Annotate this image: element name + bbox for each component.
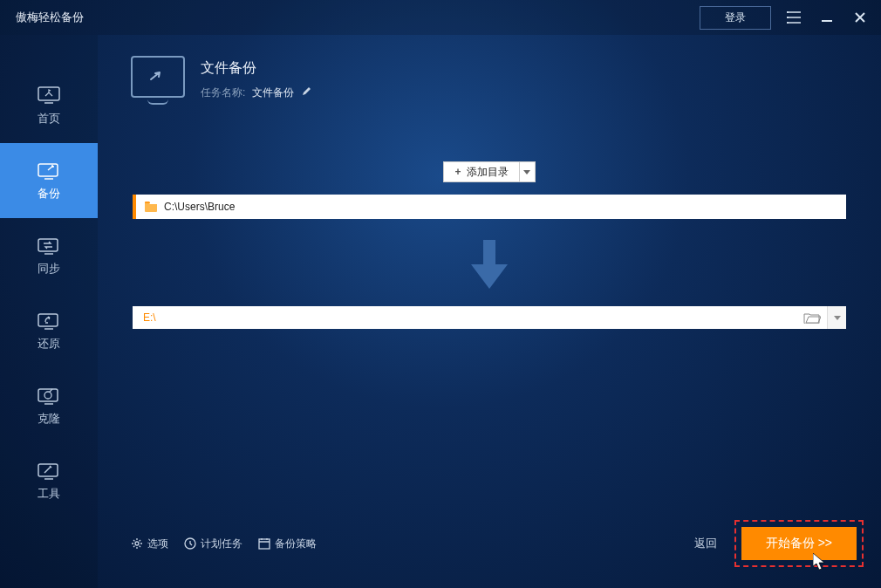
sidebar-item-sync[interactable]: 同步	[0, 218, 98, 293]
svg-point-10	[135, 542, 139, 545]
strategy-label: 备份策略	[275, 537, 317, 551]
sidebar-item-backup[interactable]: 备份	[0, 143, 98, 218]
sidebar-label-backup: 备份	[38, 186, 60, 202]
menu-list-icon[interactable]	[783, 7, 804, 28]
sync-icon	[36, 235, 62, 256]
start-button-highlight: 开始备份 >>	[734, 520, 864, 567]
home-icon	[36, 85, 62, 106]
login-button[interactable]: 登录	[700, 6, 771, 30]
destination-dropdown[interactable]	[827, 306, 846, 329]
tools-icon	[36, 460, 62, 481]
sidebar-label-tools: 工具	[38, 486, 60, 502]
add-directory-row: + 添加目录	[131, 161, 848, 182]
arrow-down-icon	[131, 240, 848, 289]
start-backup-button[interactable]: 开始备份 >>	[741, 527, 857, 560]
strategy-button[interactable]: 备份策略	[258, 537, 317, 551]
calendar-icon	[258, 537, 270, 550]
cursor-icon	[813, 553, 827, 571]
close-icon[interactable]	[850, 7, 871, 28]
svg-point-1	[787, 17, 789, 18]
svg-rect-12	[259, 539, 270, 549]
svg-point-8	[44, 392, 51, 399]
schedule-label: 计划任务	[201, 537, 242, 551]
file-backup-icon	[131, 56, 185, 98]
page-header: 文件备份 任务名称: 文件备份	[131, 56, 848, 100]
page-title: 文件备份	[201, 59, 311, 78]
options-button[interactable]: 选项	[131, 537, 168, 551]
source-path-text: C:\Users\Bruce	[164, 201, 235, 213]
options-label: 选项	[147, 537, 168, 551]
sidebar-label-clone: 克隆	[38, 411, 60, 427]
schedule-button[interactable]: 计划任务	[184, 537, 242, 551]
sidebar-item-tools[interactable]: 工具	[0, 443, 98, 518]
folder-icon	[145, 202, 157, 212]
svg-point-0	[787, 11, 789, 13]
app-window: 傲梅轻松备份 登录 首页 备份	[0, 0, 881, 588]
plus-icon: +	[454, 166, 461, 178]
sidebar-item-clone[interactable]: 克隆	[0, 368, 98, 443]
svg-rect-5	[38, 239, 58, 251]
minimize-icon[interactable]	[816, 7, 837, 28]
svg-rect-6	[38, 314, 58, 326]
svg-rect-3	[38, 87, 59, 100]
edit-task-name-icon[interactable]	[301, 85, 311, 100]
add-directory-label: 添加目录	[467, 165, 509, 180]
back-button[interactable]: 返回	[694, 536, 717, 551]
clock-icon	[184, 537, 196, 550]
sidebar-label-home: 首页	[38, 111, 60, 126]
sidebar-label-sync: 同步	[38, 261, 60, 277]
main-area: 首页 备份 同步 还原 克隆 工具	[0, 35, 881, 588]
titlebar: 傲梅轻松备份 登录	[0, 0, 881, 35]
browse-folder-icon[interactable]	[797, 306, 827, 329]
svg-rect-7	[38, 389, 58, 401]
content: 文件备份 任务名称: 文件备份 + 添加目录	[98, 35, 881, 588]
titlebar-controls: 登录	[700, 6, 871, 30]
destination-path-text: E:\	[143, 311, 797, 324]
sidebar-item-home[interactable]: 首页	[0, 68, 98, 143]
destination-path-box[interactable]: E:\	[133, 306, 846, 329]
svg-point-2	[787, 22, 789, 24]
sidebar: 首页 备份 同步 还原 克隆 工具	[0, 35, 98, 588]
restore-icon	[36, 310, 62, 331]
footer: 选项 计划任务 备份策略 返回 开始备份 >>	[131, 520, 864, 567]
source-path-box[interactable]: C:\Users\Bruce	[133, 195, 846, 219]
task-name-label: 任务名称:	[201, 85, 245, 100]
task-name-value: 文件备份	[252, 85, 294, 100]
add-directory-dropdown[interactable]	[519, 162, 535, 181]
backup-icon	[36, 160, 62, 181]
add-directory-button[interactable]: + 添加目录	[443, 161, 535, 182]
clone-icon	[36, 385, 62, 406]
sidebar-label-restore: 还原	[38, 336, 60, 352]
sidebar-item-restore[interactable]: 还原	[0, 293, 98, 368]
gear-icon	[131, 537, 143, 550]
app-title: 傲梅轻松备份	[10, 10, 700, 25]
